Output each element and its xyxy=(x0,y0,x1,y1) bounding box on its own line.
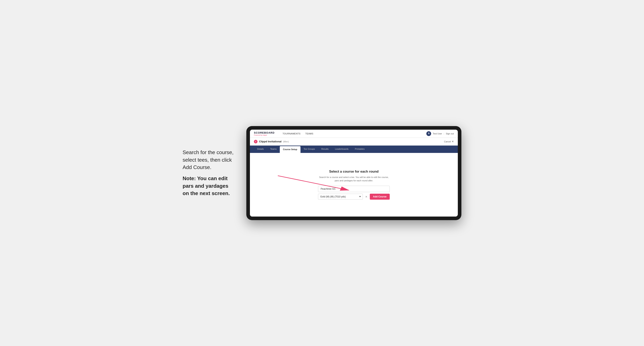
annotation-text: Search for the course, select tees, then… xyxy=(182,149,234,171)
top-nav: SCOREBOARD Powered by clippd TOURNAMENTS… xyxy=(250,130,458,138)
user-avatar: R xyxy=(426,131,431,136)
tee-select-dropdown[interactable]: Gold (M) (M) (7010 yds) xyxy=(318,194,363,200)
close-icon: ✕ xyxy=(452,140,454,143)
logo-powered: Powered by clippd xyxy=(254,134,274,136)
annotation-panel: Search for the course, select tees, then… xyxy=(182,149,234,197)
tab-tee-groups[interactable]: Tee Groups xyxy=(300,146,318,153)
main-content: Select a course for each round Search fo… xyxy=(250,153,458,216)
top-nav-right: R Test User | Sign out xyxy=(426,131,454,136)
course-select-description: Search for a course and select a tee. Yo… xyxy=(318,175,390,182)
tab-results[interactable]: Results xyxy=(318,146,332,153)
cancel-button[interactable]: Cancel ✕ xyxy=(444,140,454,143)
tab-course-setup[interactable]: Course Setup xyxy=(280,146,300,153)
tournament-header: C Clippd Invitational (Men) Cancel ✕ xyxy=(250,138,458,146)
sign-out-link[interactable]: Sign out xyxy=(446,133,454,135)
course-search-input[interactable] xyxy=(318,186,390,192)
logo-area: SCOREBOARD Powered by clippd xyxy=(254,131,274,136)
annotation-note: Note: You can edit pars and yardages on … xyxy=(182,175,234,197)
tournament-gender: (Men) xyxy=(283,140,289,143)
nav-tournaments[interactable]: TOURNAMENTS xyxy=(282,132,300,136)
tab-teams[interactable]: Teams xyxy=(267,146,280,153)
tournament-name: Clippd Invitational xyxy=(259,140,282,143)
tournament-icon: C xyxy=(254,140,258,143)
tee-select-row: Gold (M) (M) (7010 yds) ✕ Add Course xyxy=(318,194,390,200)
tournament-title-area: C Clippd Invitational (Men) xyxy=(254,140,289,143)
user-label: Test User xyxy=(433,133,442,135)
tab-details[interactable]: Details xyxy=(254,146,267,153)
tab-nav: Details Teams Course Setup Tee Groups Re… xyxy=(250,146,458,153)
tablet-screen: SCOREBOARD Powered by clippd TOURNAMENTS… xyxy=(250,130,458,216)
tab-printables[interactable]: Printables xyxy=(352,146,368,153)
course-select-section: Select a course for each round Search fo… xyxy=(318,170,390,200)
logo-scoreboard: SCOREBOARD xyxy=(254,131,274,134)
course-select-title: Select a course for each round xyxy=(318,170,390,173)
nav-teams[interactable]: TEAMS xyxy=(305,132,313,136)
top-nav-links: TOURNAMENTS TEAMS xyxy=(282,132,314,136)
tablet-frame: SCOREBOARD Powered by clippd TOURNAMENTS… xyxy=(246,126,462,220)
add-course-button[interactable]: Add Course xyxy=(370,194,390,200)
tab-leaderboards[interactable]: Leaderboards xyxy=(332,146,352,153)
tee-clear-icon[interactable]: ✕ xyxy=(364,195,368,198)
